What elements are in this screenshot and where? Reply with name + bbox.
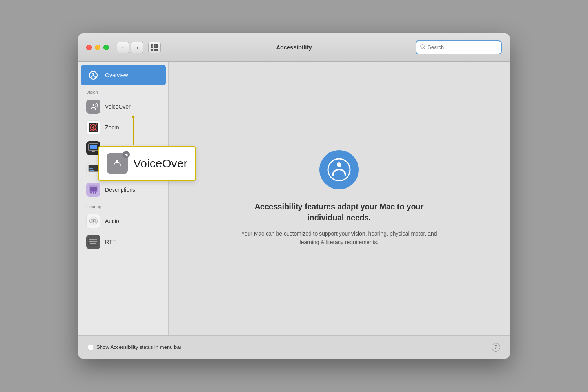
sidebar-item-voiceover[interactable]: VoiceOver bbox=[81, 96, 166, 117]
svg-point-41 bbox=[337, 162, 341, 167]
accessibility-icon bbox=[111, 157, 124, 170]
maximize-button[interactable] bbox=[103, 45, 109, 50]
sidebar-item-descriptions[interactable]: Descriptions bbox=[81, 180, 166, 200]
chevron-right-icon: › bbox=[136, 44, 138, 51]
svg-rect-17 bbox=[92, 172, 94, 172]
checkbox-area: Show Accessibility status in menu bar bbox=[88, 344, 181, 350]
nav-buttons: ‹ › bbox=[117, 42, 143, 53]
zoom-label: Zoom bbox=[105, 124, 119, 131]
tooltip-box: VoiceOver bbox=[98, 146, 196, 181]
help-button[interactable]: ? bbox=[492, 343, 500, 352]
accessibility-icon-large bbox=[319, 150, 359, 189]
svg-point-40 bbox=[116, 160, 118, 162]
svg-point-23 bbox=[95, 192, 96, 194]
svg-rect-31 bbox=[95, 239, 97, 240]
overview-icon bbox=[86, 68, 100, 82]
svg-point-21 bbox=[90, 192, 92, 194]
window-title: Accessibility bbox=[276, 44, 312, 51]
descriptions-icon bbox=[86, 183, 100, 197]
vision-section-header: Vision bbox=[78, 86, 168, 96]
svg-rect-33 bbox=[91, 241, 93, 242]
search-input[interactable] bbox=[428, 44, 497, 50]
svg-line-1 bbox=[424, 48, 425, 49]
svg-rect-32 bbox=[89, 241, 91, 242]
sidebar: Overview Vision VoiceOver bbox=[78, 62, 169, 335]
overview-content: Accessibility features adapt your Mac to… bbox=[241, 150, 437, 247]
descriptions-label: Descriptions bbox=[105, 187, 135, 193]
svg-point-4 bbox=[93, 104, 94, 106]
svg-rect-15 bbox=[91, 152, 96, 152]
rtt-icon bbox=[86, 235, 100, 249]
voiceover-label: VoiceOver bbox=[105, 103, 131, 110]
tooltip-voiceover-icon bbox=[107, 153, 128, 174]
svg-rect-36 bbox=[90, 243, 96, 244]
sidebar-item-audio[interactable]: Audio bbox=[81, 211, 166, 231]
search-icon bbox=[420, 44, 425, 51]
checkbox-label: Show Accessibility status in menu bar bbox=[96, 344, 181, 350]
help-icon: ? bbox=[494, 344, 497, 350]
svg-rect-35 bbox=[95, 241, 97, 242]
voiceover-icon bbox=[86, 100, 100, 114]
tooltip-label: VoiceOver bbox=[133, 157, 187, 170]
svg-point-22 bbox=[93, 192, 94, 194]
search-box[interactable] bbox=[416, 40, 502, 54]
traffic-lights bbox=[86, 45, 109, 50]
main-content: Overview Vision VoiceOver bbox=[78, 62, 510, 335]
overview-title: Accessibility features adapt your Mac to… bbox=[241, 201, 437, 223]
forward-button[interactable]: › bbox=[131, 42, 143, 53]
chevron-left-icon: ‹ bbox=[122, 44, 124, 51]
audio-label: Audio bbox=[105, 218, 119, 224]
bottombar: Show Accessibility status in menu bar ? bbox=[78, 335, 510, 359]
speaker-badge-icon bbox=[123, 151, 130, 158]
zoom-icon bbox=[86, 120, 100, 134]
grid-view-button[interactable] bbox=[148, 42, 161, 53]
hearing-section-header: Hearing bbox=[78, 200, 168, 211]
overview-subtitle: Your Mac can be customized to support yo… bbox=[241, 229, 437, 247]
sidebar-area: Overview Vision VoiceOver bbox=[78, 62, 169, 335]
svg-rect-29 bbox=[91, 239, 93, 240]
accessibility-svg-large bbox=[327, 158, 351, 181]
audio-icon bbox=[86, 214, 100, 228]
sidebar-item-zoom[interactable]: Zoom bbox=[81, 117, 166, 138]
overview-label: Overview bbox=[105, 72, 128, 78]
titlebar: ‹ › Accessibility bbox=[78, 33, 510, 62]
svg-rect-13 bbox=[90, 145, 97, 149]
svg-point-11 bbox=[92, 126, 94, 129]
svg-rect-28 bbox=[89, 239, 91, 240]
svg-point-26 bbox=[93, 220, 94, 222]
close-button[interactable] bbox=[86, 45, 92, 50]
svg-point-39 bbox=[111, 157, 124, 170]
sidebar-item-rtt[interactable]: RTT bbox=[81, 232, 166, 252]
svg-point-2 bbox=[92, 73, 94, 75]
svg-rect-20 bbox=[90, 191, 97, 192]
rtt-label: RTT bbox=[105, 239, 116, 245]
sidebar-item-overview[interactable]: Overview bbox=[81, 65, 166, 85]
svg-rect-14 bbox=[92, 151, 95, 152]
back-button[interactable]: ‹ bbox=[117, 42, 129, 53]
accessibility-status-checkbox[interactable] bbox=[88, 345, 93, 350]
grid-icon bbox=[151, 44, 158, 51]
svg-rect-30 bbox=[93, 239, 95, 240]
minimize-button[interactable] bbox=[95, 45, 100, 50]
svg-rect-19 bbox=[90, 187, 97, 191]
svg-rect-34 bbox=[93, 241, 95, 242]
content-panel: Accessibility features adapt your Mac to… bbox=[169, 62, 510, 335]
tooltip-callout: VoiceOver bbox=[98, 146, 196, 181]
